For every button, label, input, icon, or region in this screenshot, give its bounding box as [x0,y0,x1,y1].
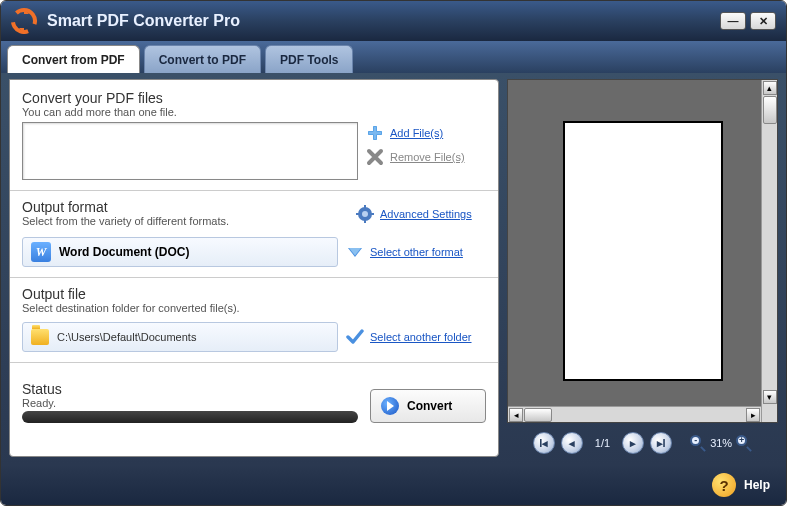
remove-file-link[interactable]: Remove File(s) [390,151,465,163]
select-format-link[interactable]: Select other format [370,246,463,258]
scrollbar-horizontal[interactable]: ◂ ▸ [508,406,761,422]
svg-rect-8 [364,205,366,209]
minimize-button[interactable]: — [720,12,746,30]
app-title: Smart PDF Converter Pro [47,12,716,30]
add-file-icon [366,124,384,142]
select-folder-link[interactable]: Select another folder [370,331,472,343]
tab-convert-to-pdf[interactable]: Convert to PDF [144,45,261,73]
app-window: Smart PDF Converter Pro — ✕ Convert from… [0,0,787,506]
close-button[interactable]: ✕ [750,12,776,30]
format-selected: W Word Document (DOC) [22,237,338,267]
folder-icon [31,329,49,345]
svg-point-7 [362,211,368,217]
output-sub: Select destination folder for converted … [22,302,486,314]
tab-pdf-tools[interactable]: PDF Tools [265,45,353,73]
svg-marker-13 [349,248,361,256]
title-bar: Smart PDF Converter Pro — ✕ [1,1,786,41]
convert-label: Convert [407,399,452,413]
output-title: Output file [22,286,486,302]
zoom-in-icon[interactable]: + [736,435,752,451]
first-page-button[interactable]: I◂ [533,432,555,454]
preview-area: ▴ ▾ ◂ ▸ [507,79,778,423]
scroll-right-icon[interactable]: ▸ [746,408,760,422]
output-path-text: C:\Users\Default\Documents [57,331,196,343]
workspace: Convert your PDF files You can add more … [1,73,786,465]
main-panel: Convert your PDF files You can add more … [9,79,499,457]
output-path: C:\Users\Default\Documents [22,322,338,352]
format-sub: Select from the variety of different for… [22,215,348,227]
format-title: Output format [22,199,348,215]
gear-icon [356,205,374,223]
word-icon: W [31,242,51,262]
convert-button[interactable]: Convert [370,389,486,423]
tab-bar: Convert from PDF Convert to PDF PDF Tool… [1,41,786,73]
help-link[interactable]: Help [744,478,770,492]
svg-rect-11 [370,213,374,215]
scroll-down-icon[interactable]: ▾ [763,390,777,404]
zoom-out-icon[interactable]: - [690,435,706,451]
help-icon[interactable]: ? [712,473,736,497]
pager-controls: I◂ ◂ 1/1 ▸ ▸I - 31% + [507,429,778,457]
footer: ? Help [1,465,786,505]
advanced-settings-link[interactable]: Advanced Settings [380,208,472,220]
progress-bar [22,411,358,423]
add-file-link[interactable]: Add File(s) [390,127,443,139]
status-text: Ready. [22,397,358,409]
last-page-button[interactable]: ▸I [650,432,672,454]
svg-rect-5 [369,132,382,135]
scroll-left-icon[interactable]: ◂ [509,408,523,422]
files-sub: You can add more than one file. [22,106,486,118]
preview-panel: ▴ ▾ ◂ ▸ I◂ ◂ 1/1 ▸ ▸I - 31% [507,79,778,457]
chevron-down-icon [346,243,364,261]
file-list[interactable] [22,122,358,180]
format-label: Word Document (DOC) [59,245,189,259]
files-title: Convert your PDF files [22,90,486,106]
scroll-thumb-h[interactable] [524,408,552,422]
page-indicator: 1/1 [595,437,610,449]
remove-file-icon [366,148,384,166]
preview-page [563,121,723,381]
svg-rect-9 [364,219,366,223]
zoom-value: 31% [710,437,732,449]
check-icon [346,328,364,346]
tab-convert-from-pdf[interactable]: Convert from PDF [7,45,140,73]
app-logo-icon [11,8,37,34]
svg-rect-10 [356,213,360,215]
play-icon [381,397,399,415]
prev-page-button[interactable]: ◂ [561,432,583,454]
scroll-thumb-v[interactable] [763,96,777,124]
scrollbar-vertical[interactable]: ▴ ▾ [761,80,777,422]
next-page-button[interactable]: ▸ [622,432,644,454]
status-title: Status [22,381,358,397]
scroll-up-icon[interactable]: ▴ [763,81,777,95]
